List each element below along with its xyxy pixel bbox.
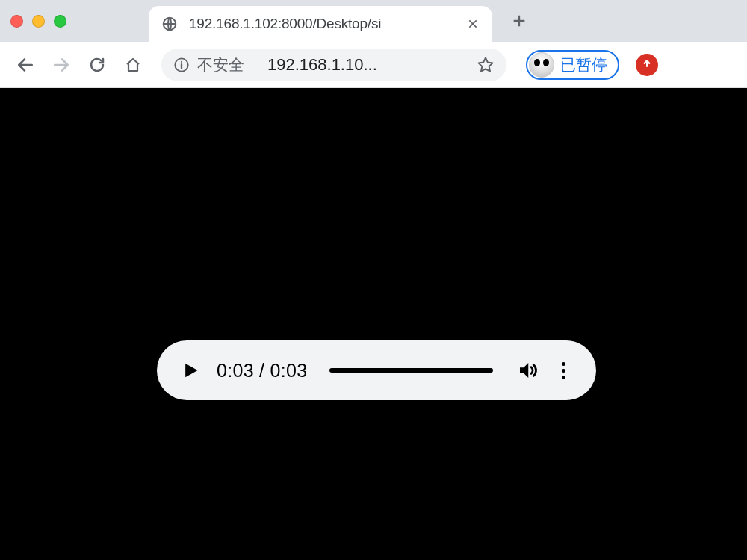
home-button[interactable] bbox=[118, 50, 148, 80]
media-player: 0:03 / 0:03 bbox=[157, 340, 596, 400]
svg-point-2 bbox=[181, 60, 182, 62]
new-tab-button[interactable] bbox=[507, 9, 531, 33]
tab-bar: 192.168.1.102:8000/Desktop/si bbox=[0, 0, 747, 42]
reload-button[interactable] bbox=[82, 50, 112, 80]
avatar-icon bbox=[529, 52, 554, 78]
forward-button[interactable] bbox=[46, 50, 76, 80]
current-time: 0:03 bbox=[217, 360, 254, 381]
insecure-label: 不安全 bbox=[197, 55, 244, 75]
address-bar[interactable]: 不安全 192.168.1.10... bbox=[161, 49, 506, 81]
window-controls bbox=[10, 15, 66, 28]
progress-bar[interactable] bbox=[329, 368, 493, 373]
browser-tab[interactable]: 192.168.1.102:8000/Desktop/si bbox=[149, 6, 492, 42]
page-content: 0:03 / 0:03 bbox=[0, 88, 747, 560]
play-button[interactable] bbox=[178, 358, 202, 382]
url-text: 192.168.1.10... bbox=[267, 55, 468, 75]
close-tab-icon[interactable] bbox=[465, 16, 480, 31]
globe-icon bbox=[161, 15, 179, 33]
kebab-icon bbox=[562, 362, 565, 379]
duration: 0:03 bbox=[270, 360, 308, 381]
tab-title: 192.168.1.102:8000/Desktop/si bbox=[189, 16, 456, 32]
toolbar: 不安全 192.168.1.10... 已暂停 bbox=[0, 42, 747, 88]
omnibox-separator bbox=[258, 56, 258, 74]
time-separator: / bbox=[254, 360, 270, 381]
time-display: 0:03 / 0:03 bbox=[217, 360, 307, 382]
maximize-window-button[interactable] bbox=[54, 15, 66, 28]
volume-button[interactable] bbox=[515, 358, 539, 382]
minimize-window-button[interactable] bbox=[32, 15, 45, 28]
more-options-button[interactable] bbox=[551, 358, 575, 382]
close-window-button[interactable] bbox=[10, 15, 23, 28]
profile-button[interactable]: 已暂停 bbox=[526, 50, 619, 80]
profile-status-label: 已暂停 bbox=[560, 55, 607, 75]
site-info-icon[interactable] bbox=[173, 57, 190, 73]
extension-button[interactable] bbox=[636, 54, 658, 76]
back-button[interactable] bbox=[10, 50, 40, 80]
bookmark-star-icon[interactable] bbox=[477, 56, 495, 74]
